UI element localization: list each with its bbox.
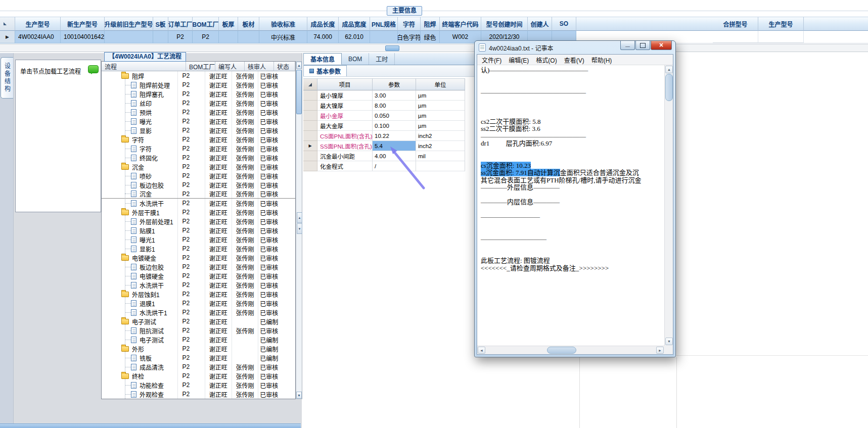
param-value[interactable]: 4.00: [373, 151, 416, 161]
notepad-text-area[interactable]: 认)———————————————————————————————cs2二次干膜…: [477, 65, 664, 346]
top-header-cell[interactable]: S板: [153, 17, 168, 31]
tree-row[interactable]: 阻抗测试P2谢正旺张传刚已审核: [102, 326, 295, 335]
param-row[interactable]: 沉金最小间距4.00mil: [303, 151, 465, 161]
hscrollbar-thumb[interactable]: [385, 45, 399, 51]
tree-row[interactable]: 曝光1P2谢正旺张传刚已审核: [102, 235, 295, 244]
top-cell[interactable]: 中兴标准: [259, 31, 307, 43]
tree-row[interactable]: 板边包胶P2谢正旺张传刚已审核: [102, 262, 295, 271]
tree-row[interactable]: [102, 399, 295, 399]
param-value[interactable]: 5.4: [373, 141, 416, 151]
top-cell[interactable]: [105, 31, 153, 43]
splitter-up-icon[interactable]: ▲: [297, 212, 302, 223]
top-header-cell[interactable]: 生产型号: [758, 17, 804, 31]
tree-row[interactable]: 水洗烘干P2谢正旺张传刚已审核: [102, 280, 295, 290]
main-info-data-row[interactable]: ▶4W0024IAA010010400164235P2P2中兴标准74.0006…: [0, 31, 868, 43]
top-cell[interactable]: 10010400164235: [61, 31, 105, 43]
top-header-cell[interactable]: 订单工厂: [168, 17, 193, 31]
scroll-down-icon[interactable]: ▼: [665, 338, 673, 345]
tree-row[interactable]: 阻焊P2谢正旺张传刚已审核: [102, 71, 295, 80]
menu-item-1[interactable]: 编辑(E): [505, 56, 532, 64]
vscrollbar-thumb[interactable]: [665, 74, 673, 101]
tree-row[interactable]: 外形P2谢正旺已编制: [102, 344, 295, 353]
tree-header-cell[interactable]: 编写人: [215, 62, 245, 71]
tree-row[interactable]: 预烘P2谢正旺张传刚已审核: [102, 108, 295, 117]
tree-row[interactable]: 退膜1P2谢正旺张传刚已审核: [102, 299, 295, 308]
top-header-cell[interactable]: 终端客户代码: [440, 17, 481, 31]
tree-row[interactable]: 沉金P2谢正旺张传刚已审核: [102, 162, 295, 171]
top-cell[interactable]: 74.000: [307, 31, 339, 43]
top-cell[interactable]: P2: [168, 31, 193, 43]
tree-row[interactable]: 电子测试P2谢正旺已编制: [102, 335, 295, 344]
splitter-down-icon[interactable]: ▼: [297, 223, 302, 234]
tree-row[interactable]: 字符P2谢正旺张传刚已审核: [102, 144, 295, 153]
top-cell[interactable]: [219, 31, 238, 43]
params-tab-2[interactable]: 工时: [369, 53, 395, 65]
param-header-cell[interactable]: 单位: [416, 78, 465, 90]
param-value[interactable]: 0.050: [373, 111, 416, 121]
top-header-cell[interactable]: PNL规格: [370, 17, 398, 31]
tree-row[interactable]: 铣板P2谢正旺已编制: [102, 353, 295, 362]
param-row[interactable]: CS面PNL面积(含孔)10.22inch2: [303, 131, 465, 141]
tree-row[interactable]: 板边包胶P2谢正旺张传刚已审核: [102, 180, 295, 189]
tree-header-cell[interactable]: BOM工厂: [186, 62, 215, 71]
main-info-hscrollbar[interactable]: [0, 44, 868, 52]
tree-row[interactable]: 水洗烘干P2谢正旺张传刚已审核: [102, 199, 295, 208]
top-header-cell[interactable]: 成品长度: [307, 17, 339, 31]
param-row[interactable]: 化金程式/: [303, 161, 465, 171]
top-header-cell[interactable]: 新生产型号: [61, 17, 105, 31]
param-value[interactable]: 0.100: [373, 121, 416, 131]
notepad-window[interactable]: 4w0024iaa0.txt - 记事本 文件(F)编辑(E)格式(O)查看(V…: [474, 40, 676, 357]
tab-basic-params[interactable]: 基本参数: [303, 65, 347, 76]
tree-row[interactable]: 外观检查P2谢正旺张传刚已审核: [102, 390, 295, 399]
tree-row[interactable]: 字符P2谢正旺张传刚已审核: [102, 135, 295, 144]
minimize-button[interactable]: [620, 41, 635, 50]
scroll-up-icon[interactable]: ▲: [665, 66, 673, 73]
tree-scrollbar-thumb[interactable]: [296, 70, 302, 114]
tree-row[interactable]: 电镀硬金P2谢正旺张传刚已审核: [102, 253, 295, 262]
top-header-cell[interactable]: 生产型号: [15, 17, 61, 31]
tree-row[interactable]: 曝光P2谢正旺张传刚已审核: [102, 117, 295, 126]
bottom-hscrollbar[interactable]: [0, 423, 301, 428]
tree-row[interactable]: 喷砂P2谢正旺张传刚已审核: [102, 171, 295, 180]
top-cell[interactable]: 4W0024IAA0: [15, 31, 61, 43]
row-marker-header[interactable]: [0, 17, 15, 31]
tree-row[interactable]: 电子测试P2谢正旺已编制: [102, 317, 295, 326]
tree-row[interactable]: 贴膜1P2谢正旺张传刚已审核: [102, 226, 295, 235]
scroll-right-icon[interactable]: ►: [656, 347, 664, 354]
menu-item-2[interactable]: 格式(O): [532, 56, 560, 64]
param-row[interactable]: 最大镍厚8.00µm: [303, 101, 465, 111]
params-tab-0[interactable]: 基本信息: [303, 53, 342, 65]
tree-row[interactable]: 阻焊前处理P2谢正旺张传刚已审核: [102, 80, 295, 89]
tree-row[interactable]: 沉金P2谢正旺张传刚已审核: [102, 189, 295, 199]
top-header-cell[interactable]: 板材: [238, 17, 259, 31]
tree-header-cell[interactable]: 核审人: [245, 62, 274, 71]
tree-row[interactable]: 丝印P2谢正旺张传刚已审核: [102, 99, 295, 108]
scroll-down-icon[interactable]: ▼: [296, 392, 302, 399]
top-cell[interactable]: P2: [193, 31, 219, 43]
tree-row[interactable]: 成品清洗P2谢正旺张传刚已审核: [102, 362, 295, 371]
tree-row[interactable]: 功能检查P2谢正旺张传刚已审核: [102, 381, 295, 390]
process-flow-title-tab[interactable]: 【4W0024IAA0】工艺流程: [104, 52, 186, 62]
notepad-vscrollbar[interactable]: ▲ ▼: [664, 65, 673, 346]
top-header-cell[interactable]: SO: [552, 17, 576, 31]
top-header-cell[interactable]: 成品宽度: [339, 17, 370, 31]
param-row[interactable]: ▶SS面PNL面积(含孔)5.4inch2: [303, 141, 465, 151]
tree-row[interactable]: 电镀硬金P2谢正旺张传刚已审核: [102, 271, 295, 280]
tab-equipment-structure[interactable]: 设备结构: [1, 57, 13, 99]
menu-item-3[interactable]: 查看(V): [561, 56, 588, 64]
tree-row[interactable]: 外层干膜1P2谢正旺张传刚已审核: [102, 208, 295, 217]
top-header-cell[interactable]: BOM工厂: [193, 17, 219, 31]
top-cell[interactable]: 62.010: [339, 31, 370, 43]
scroll-left-icon[interactable]: ◄: [478, 347, 485, 354]
top-cell[interactable]: [238, 31, 259, 43]
menu-item-0[interactable]: 文件(F): [478, 56, 505, 64]
tree-row[interactable]: 阻焊塞孔P2谢正旺张传刚已审核: [102, 89, 295, 99]
tree-row[interactable]: 外层蚀刻1P2谢正旺张传刚已审核: [102, 290, 295, 299]
notepad-hscrollbar[interactable]: ◄ ►: [477, 346, 664, 354]
scroll-up-icon[interactable]: ▲: [296, 62, 302, 69]
top-cell[interactable]: 绿色: [421, 31, 440, 43]
top-header-cell[interactable]: 升级前旧生产型号: [105, 17, 153, 31]
tree-row[interactable]: 终检P2谢正旺张传刚已审核: [102, 371, 295, 381]
top-cell[interactable]: [153, 31, 168, 43]
param-header-cell[interactable]: 参数: [373, 78, 416, 90]
